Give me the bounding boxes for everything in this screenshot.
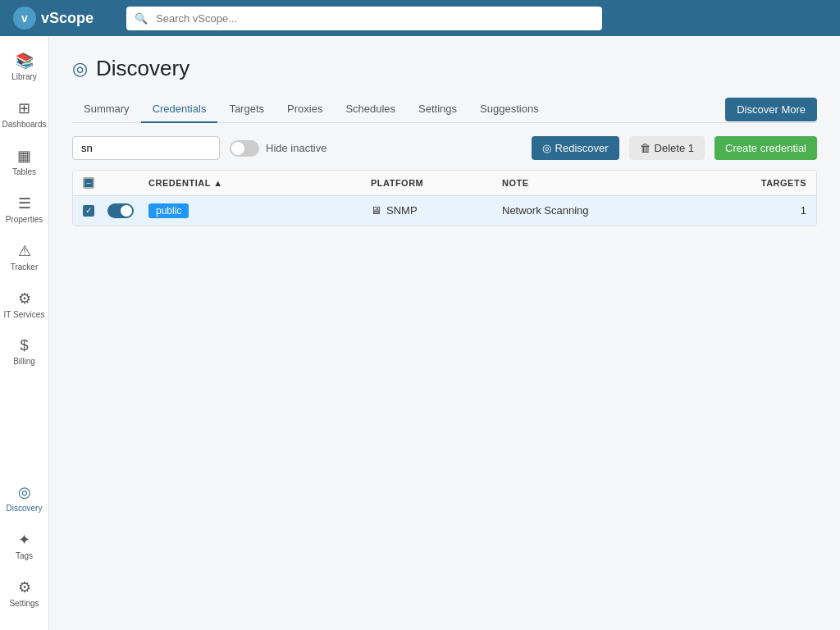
- delete-icon: 🗑: [640, 142, 651, 154]
- td-toggle[interactable]: [107, 203, 148, 218]
- sidebar-label-properties: Properties: [6, 215, 43, 224]
- th-note[interactable]: NOTE: [502, 178, 724, 188]
- sidebar-item-tracker[interactable]: ⚠ Tracker: [0, 234, 48, 280]
- sidebar-label-it-services: IT Services: [4, 310, 45, 319]
- hide-inactive-label: Hide inactive: [266, 142, 326, 154]
- credentials-table: – CREDENTIAL ▲ PLATFORM NOTE TARGETS: [72, 170, 817, 226]
- tables-icon: ▦: [17, 147, 31, 165]
- tab-schedules[interactable]: Schedules: [334, 96, 407, 123]
- platform-label: SNMP: [386, 204, 418, 217]
- content-area: ◎ Discovery Summary Credentials Targets …: [49, 36, 840, 630]
- sidebar-label-billing: Billing: [13, 357, 35, 366]
- sidebar-item-settings[interactable]: ⚙ Settings: [0, 570, 48, 616]
- it-services-icon: ⚙: [18, 290, 31, 308]
- tracker-icon: ⚠: [18, 242, 31, 260]
- billing-icon: $: [20, 337, 28, 354]
- sidebar-item-properties[interactable]: ☰ Properties: [0, 186, 48, 232]
- th-platform-label: PLATFORM: [371, 178, 423, 188]
- th-credential-label: CREDENTIAL ▲: [148, 178, 223, 188]
- page-title-icon: ◎: [72, 58, 88, 80]
- sidebar-bottom: ◎ Discovery ✦ Tags ⚙ Settings: [0, 474, 48, 623]
- tab-proxies[interactable]: Proxies: [276, 96, 334, 123]
- hide-inactive-toggle[interactable]: [230, 140, 259, 157]
- tabs-row: Summary Credentials Targets Proxies Sche…: [72, 96, 817, 123]
- delete-label: Delete 1: [655, 142, 694, 154]
- th-credential[interactable]: CREDENTIAL ▲: [148, 178, 371, 188]
- sidebar-item-dashboards[interactable]: ⊞ Dashboards: [0, 91, 48, 137]
- table-header: – CREDENTIAL ▲ PLATFORM NOTE TARGETS: [73, 171, 816, 196]
- sidebar-item-tags[interactable]: ✦ Tags: [0, 523, 48, 568]
- th-platform[interactable]: PLATFORM: [371, 178, 502, 188]
- discover-more-button[interactable]: Discover More: [725, 98, 817, 121]
- discovery-icon: ◎: [18, 483, 31, 501]
- td-platform: 🖥 SNMP: [371, 204, 502, 217]
- tab-summary[interactable]: Summary: [72, 96, 141, 123]
- platform-icon: 🖥: [371, 204, 381, 217]
- sidebar-label-tracker: Tracker: [11, 262, 39, 272]
- credential-badge: public: [148, 203, 189, 218]
- toolbar-row: Hide inactive ◎ Rediscover 🗑 Delete 1 Cr…: [72, 136, 817, 160]
- tags-icon: ✦: [18, 531, 30, 549]
- app-name: vScope: [41, 10, 94, 27]
- td-targets: 1: [724, 204, 806, 217]
- create-credential-button[interactable]: Create credential: [714, 136, 817, 160]
- rediscover-icon: ◎: [542, 142, 551, 154]
- sidebar-item-discovery[interactable]: ◎ Discovery: [0, 475, 48, 521]
- dashboards-icon: ⊞: [18, 99, 30, 117]
- td-checkbox[interactable]: ✓: [83, 205, 107, 217]
- sidebar-label-library: Library: [11, 72, 37, 81]
- row-checkbox[interactable]: ✓: [83, 205, 94, 217]
- global-search-input[interactable]: [126, 7, 602, 30]
- rediscover-button[interactable]: ◎ Rediscover: [532, 136, 619, 160]
- row-enable-toggle[interactable]: [107, 203, 134, 218]
- app-logo[interactable]: v vScope: [13, 7, 94, 30]
- logo-icon: v: [13, 7, 36, 30]
- delete-button[interactable]: 🗑 Delete 1: [629, 136, 705, 160]
- sidebar: 📚 Library ⊞ Dashboards ▦ Tables ☰ Proper…: [0, 36, 49, 630]
- page-title: Discovery: [96, 56, 189, 81]
- sidebar-label-settings: Settings: [9, 599, 39, 608]
- select-all-checkbox[interactable]: –: [83, 177, 94, 189]
- tab-credentials[interactable]: Credentials: [141, 96, 218, 123]
- tab-targets[interactable]: Targets: [217, 96, 276, 123]
- sidebar-item-billing[interactable]: $ Billing: [0, 329, 48, 374]
- sidebar-item-it-services[interactable]: ⚙ IT Services: [0, 281, 48, 327]
- hide-inactive-toggle-group: Hide inactive: [230, 140, 326, 157]
- rediscover-label: Rediscover: [555, 142, 609, 154]
- tab-settings[interactable]: Settings: [407, 96, 468, 123]
- tab-suggestions[interactable]: Suggestions: [468, 96, 550, 123]
- sidebar-item-library[interactable]: 📚 Library: [0, 43, 48, 89]
- th-targets[interactable]: TARGETS: [724, 178, 806, 188]
- search-icon: 🔍: [135, 12, 148, 25]
- main-layout: 📚 Library ⊞ Dashboards ▦ Tables ☰ Proper…: [0, 36, 840, 630]
- sidebar-label-tables: Tables: [12, 167, 36, 176]
- page-header: ◎ Discovery: [72, 56, 817, 81]
- properties-icon: ☰: [18, 194, 31, 212]
- th-targets-label: TARGETS: [761, 178, 806, 188]
- sidebar-label-discovery: Discovery: [7, 504, 43, 513]
- sidebar-label-tags: Tags: [16, 551, 33, 560]
- credential-search-input[interactable]: [72, 136, 220, 160]
- th-checkbox[interactable]: –: [83, 177, 107, 189]
- search-bar: 🔍: [126, 7, 794, 30]
- library-icon: 📚: [16, 52, 34, 70]
- th-note-label: NOTE: [502, 178, 529, 188]
- td-note: Network Scanning: [502, 204, 724, 217]
- topbar: v vScope 🔍: [0, 0, 840, 36]
- sidebar-item-tables[interactable]: ▦ Tables: [0, 139, 48, 185]
- settings-icon: ⚙: [18, 578, 31, 596]
- table-row: ✓ public 🖥 SNMP Network Scanning 1: [73, 196, 816, 226]
- td-credential: public: [148, 203, 371, 218]
- sidebar-label-dashboards: Dashboards: [2, 120, 47, 129]
